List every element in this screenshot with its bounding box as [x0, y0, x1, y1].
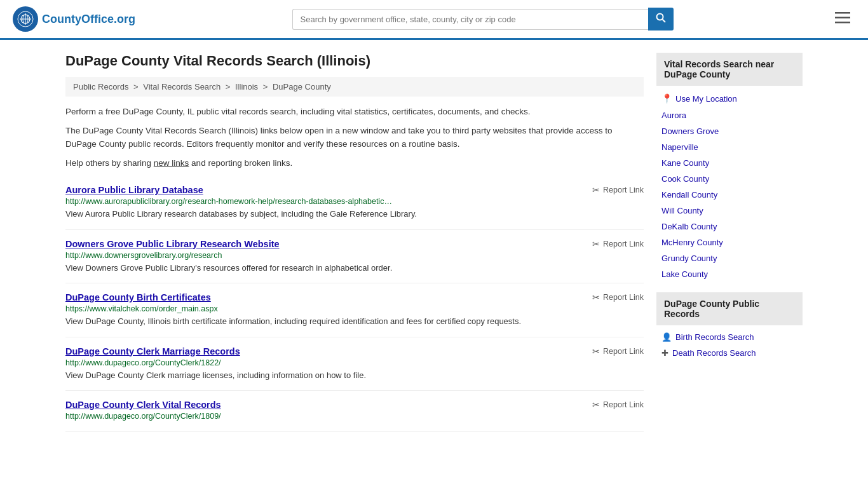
- result-desc: View DuPage County, Illinois birth certi…: [65, 315, 644, 328]
- search-area: [292, 8, 674, 30]
- search-icon: [656, 13, 666, 23]
- sidebar-item-mchenry-county[interactable]: McHenry County: [656, 234, 803, 250]
- report-icon: ✂: [592, 400, 600, 410]
- breadcrumb-public-records[interactable]: Public Records: [73, 82, 128, 92]
- search-input[interactable]: [292, 9, 648, 30]
- logo[interactable]: CountyOffice.org: [13, 6, 135, 32]
- description-para1: Perform a free DuPage County, IL public …: [65, 105, 644, 118]
- use-location-item[interactable]: 📍 Use My Location: [656, 90, 803, 107]
- report-icon: ✂: [592, 292, 600, 302]
- result-item: Aurora Public Library Database ✂ Report …: [65, 176, 644, 230]
- result-title[interactable]: DuPage County Clerk Marriage Records: [65, 346, 240, 356]
- menu-button[interactable]: [830, 8, 855, 30]
- description-para2: The DuPage County Vital Records Search (…: [65, 125, 644, 151]
- sidebar-item-cook-county[interactable]: Cook County: [656, 171, 803, 187]
- cross-icon: ✚: [661, 348, 668, 358]
- svg-point-4: [656, 14, 663, 20]
- death-records-link[interactable]: Death Records Search: [672, 348, 756, 358]
- breadcrumb-vital-records[interactable]: Vital Records Search: [143, 82, 220, 92]
- sidebar-item-kane-county[interactable]: Kane County: [656, 155, 803, 171]
- hamburger-icon: [835, 12, 850, 24]
- report-icon: ✂: [592, 185, 600, 195]
- svg-rect-7: [835, 17, 850, 19]
- report-link-button[interactable]: ✂ Report Link: [592, 185, 644, 195]
- result-desc: View DuPage County Clerk marriage licens…: [65, 369, 644, 382]
- new-links-link[interactable]: new links: [154, 158, 189, 168]
- logo-text: CountyOffice.org: [42, 13, 135, 26]
- logo-icon: [13, 6, 38, 32]
- sidebar-item-dekalb-county[interactable]: DeKalb County: [656, 219, 803, 234]
- breadcrumb: Public Records > Vital Records Search > …: [65, 77, 644, 97]
- result-url: http://www.dupageco.org/CountyClerk/1822…: [65, 358, 644, 367]
- public-records-title: DuPage County Public Records: [656, 292, 803, 325]
- sidebar-item-naperville[interactable]: Naperville: [656, 139, 803, 155]
- breadcrumb-illinois[interactable]: Illinois: [235, 82, 258, 92]
- result-url: http://www.aurorapubliclibrary.org/resea…: [65, 197, 644, 206]
- sidebar-item-will-county[interactable]: Will County: [656, 203, 803, 219]
- report-icon: ✂: [592, 239, 600, 249]
- page-title: DuPage County Vital Records Search (Illi…: [65, 53, 644, 69]
- search-button[interactable]: [648, 8, 674, 30]
- result-url: https://www.vitalchek.com/order_main.asp…: [65, 304, 644, 313]
- result-item: Downers Grove Public Library Research We…: [65, 230, 644, 284]
- svg-rect-6: [835, 12, 850, 14]
- report-link-button[interactable]: ✂ Report Link: [592, 346, 644, 356]
- public-records-section: DuPage County Public Records 👤 Birth Rec…: [656, 292, 803, 361]
- result-url: http://www.downersgrovelibrary.org/resea…: [65, 251, 644, 260]
- svg-line-5: [662, 20, 665, 23]
- birth-records-item[interactable]: 👤 Birth Records Search: [656, 329, 803, 345]
- result-title[interactable]: DuPage County Birth Certificates: [65, 292, 211, 302]
- report-link-button[interactable]: ✂ Report Link: [592, 239, 644, 249]
- person-icon: 👤: [661, 332, 672, 342]
- report-link-button[interactable]: ✂ Report Link: [592, 292, 644, 302]
- result-desc: View Downers Grove Public Library's reso…: [65, 262, 644, 274]
- result-url: http://www.dupageco.org/CountyClerk/1809…: [65, 412, 644, 421]
- pin-icon: 📍: [661, 93, 672, 104]
- results-list: Aurora Public Library Database ✂ Report …: [65, 176, 644, 432]
- result-desc: View Aurora Public Library research data…: [65, 208, 644, 220]
- sidebar-item-lake-county[interactable]: Lake County: [656, 266, 803, 282]
- breadcrumb-dupage[interactable]: DuPage County: [273, 82, 331, 92]
- result-item: DuPage County Clerk Marriage Records ✂ R…: [65, 337, 644, 391]
- sidebar: Vital Records Search near DuPage County …: [656, 53, 803, 432]
- sidebar-item-grundy-county[interactable]: Grundy County: [656, 250, 803, 266]
- nearby-section-title: Vital Records Search near DuPage County: [656, 53, 803, 86]
- description-para3: Help others by sharing new links and rep…: [65, 157, 644, 170]
- result-title[interactable]: DuPage County Clerk Vital Records: [65, 400, 221, 410]
- birth-records-link[interactable]: Birth Records Search: [675, 332, 754, 342]
- result-title[interactable]: Aurora Public Library Database: [65, 185, 203, 195]
- svg-rect-8: [835, 22, 850, 24]
- sidebar-item-downers-grove[interactable]: Downers Grove: [656, 123, 803, 139]
- use-location-link[interactable]: Use My Location: [675, 94, 737, 104]
- result-item: DuPage County Birth Certificates ✂ Repor…: [65, 283, 644, 337]
- sidebar-item-kendall-county[interactable]: Kendall County: [656, 187, 803, 203]
- result-title[interactable]: Downers Grove Public Library Research We…: [65, 239, 280, 249]
- report-link-button[interactable]: ✂ Report Link: [592, 400, 644, 410]
- sidebar-item-aurora[interactable]: Aurora: [656, 107, 803, 123]
- result-item: DuPage County Clerk Vital Records ✂ Repo…: [65, 391, 644, 432]
- death-records-item[interactable]: ✚ Death Records Search: [656, 345, 803, 361]
- report-icon: ✂: [592, 346, 600, 356]
